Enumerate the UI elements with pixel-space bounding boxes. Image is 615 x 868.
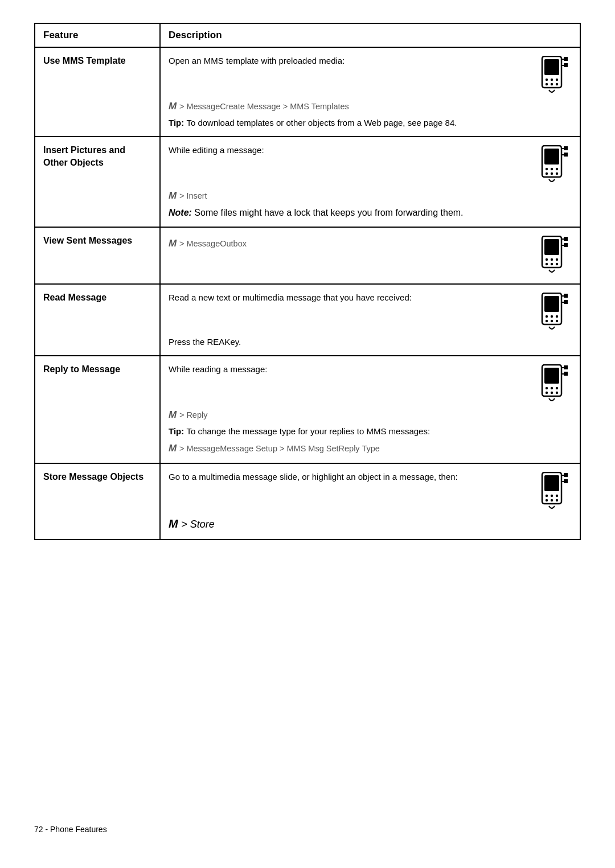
svg-point-54 [551, 392, 553, 394]
svg-rect-8 [564, 57, 568, 61]
table-row: Insert Pictures and Other ObjectsWhile e… [35, 137, 580, 227]
big-menu-text: M > Store [169, 515, 572, 532]
svg-point-14 [546, 168, 548, 170]
svg-point-40 [556, 315, 558, 317]
desc-text: Go to a multimedia message slide, or hig… [169, 471, 532, 484]
svg-point-38 [546, 315, 548, 317]
svg-rect-45 [564, 300, 568, 304]
svg-rect-57 [564, 372, 568, 376]
menu-path: M > Reply [169, 408, 572, 422]
svg-point-18 [551, 172, 553, 175]
svg-point-6 [551, 83, 553, 85]
svg-point-53 [546, 392, 548, 394]
feature-cell: Use MMS Template [35, 47, 160, 137]
menu-path: M > MessageCreate Message > MMS Template… [169, 99, 572, 114]
features-table: Feature Description Use MMS TemplateOpen… [34, 23, 581, 540]
svg-point-63 [551, 494, 553, 496]
svg-point-4 [556, 79, 558, 81]
desc-text: Open an MMS template with preloaded medi… [169, 55, 532, 68]
page-content: Feature Description Use MMS TemplateOpen… [34, 23, 581, 808]
svg-point-3 [551, 79, 553, 81]
table-row: View Sent MessagesM > MessageOutbox [35, 227, 580, 284]
svg-rect-68 [564, 473, 568, 477]
svg-point-41 [546, 319, 548, 322]
svg-rect-61 [544, 475, 559, 491]
menu-path: M > MessageOutbox [169, 236, 532, 251]
svg-point-7 [556, 83, 558, 85]
svg-rect-1 [544, 59, 559, 75]
desc-text: While reading a message: [169, 363, 532, 376]
svg-point-62 [546, 494, 548, 496]
table-row: Use MMS TemplateOpen an MMS template wit… [35, 47, 580, 137]
table-row: Reply to MessageWhile reading a message: [35, 356, 580, 463]
svg-point-27 [551, 258, 553, 260]
svg-point-16 [556, 168, 558, 170]
svg-rect-56 [564, 365, 568, 369]
svg-rect-20 [564, 146, 568, 150]
tip-text: Tip: To download templates or other obje… [169, 117, 572, 130]
description-cell: M > MessageOutbox [160, 227, 580, 284]
desc-text: While editing a message: [169, 144, 532, 157]
svg-point-5 [546, 83, 548, 85]
svg-rect-37 [544, 296, 559, 312]
svg-rect-13 [544, 149, 559, 164]
footer-text: 72 - Phone Features [34, 825, 107, 834]
footer: 72 - Phone Features [34, 825, 581, 834]
menu-path: M > Insert [169, 188, 572, 203]
svg-point-15 [551, 168, 553, 170]
table-row: Read MessageRead a new text or multimedi… [35, 284, 580, 356]
menu-path-2: M > MessageMessage Setup > MMS Msg SetRe… [169, 441, 572, 456]
feature-cell: Insert Pictures and Other Objects [35, 137, 160, 227]
description-cell: Read a new text or multimedia message th… [160, 284, 580, 356]
svg-rect-32 [564, 237, 568, 241]
plain-text: Press the REAKey. [169, 336, 572, 349]
svg-point-26 [546, 258, 548, 260]
svg-point-50 [546, 387, 548, 389]
svg-point-2 [546, 79, 548, 81]
svg-point-39 [551, 315, 553, 317]
svg-point-52 [556, 387, 558, 389]
header-description: Description [160, 23, 580, 47]
feature-cell: View Sent Messages [35, 227, 160, 284]
phone-icon [532, 144, 572, 186]
tip-text: Tip: To change the message type for your… [169, 425, 572, 438]
phone-icon [532, 471, 572, 513]
svg-rect-44 [564, 294, 568, 298]
note-text: Note: Some files might have a lock that … [169, 206, 572, 220]
table-row: Store Message ObjectsGo to a multimedia … [35, 463, 580, 540]
svg-point-28 [556, 258, 558, 260]
svg-rect-69 [564, 479, 568, 483]
description-cell: Go to a multimedia message slide, or hig… [160, 463, 580, 540]
svg-point-67 [556, 499, 558, 501]
header-feature: Feature [35, 23, 160, 47]
svg-point-19 [556, 172, 558, 175]
desc-text: Read a new text or multimedia message th… [169, 291, 532, 305]
phone-icon [532, 363, 572, 405]
svg-point-51 [551, 387, 553, 389]
svg-rect-49 [544, 368, 559, 384]
svg-point-43 [556, 319, 558, 322]
svg-rect-21 [564, 153, 568, 157]
svg-point-55 [556, 392, 558, 394]
phone-icon [532, 55, 572, 97]
feature-cell: Reply to Message [35, 356, 160, 463]
description-cell: While reading a message: [160, 356, 580, 463]
svg-point-65 [546, 499, 548, 501]
svg-point-30 [551, 262, 553, 265]
svg-point-42 [551, 319, 553, 322]
svg-rect-25 [544, 239, 559, 255]
svg-rect-9 [564, 63, 568, 67]
feature-cell: Store Message Objects [35, 463, 160, 540]
description-cell: While editing a message: [160, 137, 580, 227]
svg-rect-33 [564, 243, 568, 247]
svg-point-29 [546, 262, 548, 265]
feature-cell: Read Message [35, 284, 160, 356]
phone-icon [532, 291, 572, 334]
svg-point-66 [551, 499, 553, 501]
svg-point-64 [556, 494, 558, 496]
phone-icon [532, 235, 572, 277]
description-cell: Open an MMS template with preloaded medi… [160, 47, 580, 137]
svg-point-31 [556, 262, 558, 265]
svg-point-17 [546, 172, 548, 175]
